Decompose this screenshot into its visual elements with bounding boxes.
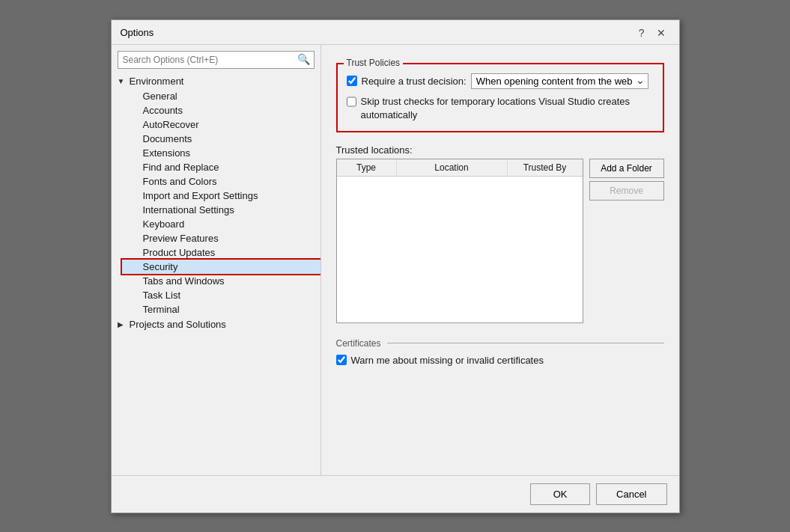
trusted-locations-label: Trusted locations: xyxy=(336,144,664,156)
certificates-section: Certificates Warn me about missing or in… xyxy=(336,338,664,366)
warn-cert-row: Warn me about missing or invalid certifi… xyxy=(336,355,664,366)
tree-section-projects[interactable]: ▶ Projects and Solutions xyxy=(112,317,320,332)
sidebar-item-accounts[interactable]: Accounts xyxy=(122,103,320,117)
cancel-button[interactable]: Cancel xyxy=(596,483,666,505)
require-trust-checkbox[interactable] xyxy=(347,76,357,86)
skip-trust-row: Skip trust checks for temporary location… xyxy=(347,95,654,122)
sidebar-item-keyboard[interactable]: Keyboard xyxy=(122,217,320,231)
cert-divider-row: Certificates xyxy=(336,338,664,349)
trusted-table-wrap: Type Location Trusted By Add a Folder Re… xyxy=(336,159,664,323)
sidebar-item-task-list[interactable]: Task List xyxy=(122,288,320,302)
dialog-title: Options xyxy=(121,27,154,38)
sidebar-item-international[interactable]: International Settings xyxy=(122,203,320,217)
tree-section-environment[interactable]: ▼ Environment xyxy=(112,73,320,89)
options-dialog: Options ? ✕ 🔍 ▼ Environment General Acco… xyxy=(111,19,680,513)
search-button[interactable]: 🔍 xyxy=(296,53,312,65)
environment-children: General Accounts AutoRecover Documents E… xyxy=(112,89,320,317)
warn-cert-checkbox[interactable] xyxy=(336,355,347,365)
expand-arrow-projects: ▶ xyxy=(118,320,127,328)
dialog-footer: OK Cancel xyxy=(112,475,679,513)
title-bar: Options ? ✕ xyxy=(112,20,679,44)
table-buttons: Add a Folder Remove xyxy=(589,159,664,201)
ok-button[interactable]: OK xyxy=(530,483,590,505)
sidebar-item-product-updates[interactable]: Product Updates xyxy=(122,245,320,260)
trust-dropdown-wrap: When opening content from the web Always… xyxy=(471,73,648,89)
sidebar-item-autorecover[interactable]: AutoRecover xyxy=(122,117,320,132)
remove-button[interactable]: Remove xyxy=(589,181,664,201)
th-trusted-by: Trusted By xyxy=(508,159,583,176)
require-trust-row: Require a trust decision: When opening c… xyxy=(347,73,654,89)
search-input[interactable] xyxy=(118,51,315,69)
skip-trust-checkbox[interactable] xyxy=(347,97,356,107)
require-trust-text: Require a trust decision: xyxy=(362,76,467,87)
warn-cert-text: Warn me about missing or invalid certifi… xyxy=(351,355,544,366)
search-box-wrap: 🔍 xyxy=(112,45,320,73)
add-folder-button[interactable]: Add a Folder xyxy=(589,159,664,178)
sidebar-item-general[interactable]: General xyxy=(122,89,320,103)
title-bar-buttons: ? ✕ xyxy=(634,26,670,40)
environment-label: Environment xyxy=(130,76,184,87)
table-header: Type Location Trusted By xyxy=(337,159,583,177)
sidebar-item-security[interactable]: Security xyxy=(122,260,320,274)
sidebar-item-terminal[interactable]: Terminal xyxy=(122,302,320,317)
th-location: Location xyxy=(397,159,508,176)
projects-label: Projects and Solutions xyxy=(130,319,226,330)
dialog-body: 🔍 ▼ Environment General Accounts AutoRec… xyxy=(112,44,679,475)
expand-arrow-environment: ▼ xyxy=(118,77,127,85)
cert-divider-line xyxy=(387,343,664,343)
close-button[interactable]: ✕ xyxy=(652,26,670,40)
sidebar-item-extensions[interactable]: Extensions xyxy=(122,146,320,160)
skip-trust-text: Skip trust checks for temporary location… xyxy=(361,95,654,122)
trusted-locations-section: Trusted locations: Type Location Trusted… xyxy=(336,144,664,323)
sidebar-item-preview-features[interactable]: Preview Features xyxy=(122,231,320,245)
table-body xyxy=(337,177,583,319)
sidebar-item-find-replace[interactable]: Find and Replace xyxy=(122,160,320,174)
help-button[interactable]: ? xyxy=(634,26,649,40)
sidebar-item-documents[interactable]: Documents xyxy=(122,132,320,146)
sidebar-item-import-export[interactable]: Import and Export Settings xyxy=(122,189,320,203)
right-panel: Trust Policies Require a trust decision:… xyxy=(321,45,679,475)
trust-dropdown[interactable]: When opening content from the web Always… xyxy=(471,73,648,89)
trusted-locations-table: Type Location Trusted By xyxy=(336,159,583,323)
left-panel: 🔍 ▼ Environment General Accounts AutoRec… xyxy=(112,45,321,475)
trust-policies-group: Trust Policies Require a trust decision:… xyxy=(336,63,664,132)
tree: ▼ Environment General Accounts AutoRecov… xyxy=(112,73,320,469)
sidebar-item-tabs-windows[interactable]: Tabs and Windows xyxy=(122,274,320,288)
trust-policies-label: Trust Policies xyxy=(344,58,404,68)
certificates-label: Certificates xyxy=(336,338,381,349)
th-type: Type xyxy=(337,159,397,176)
sidebar-item-fonts-colors[interactable]: Fonts and Colors xyxy=(122,174,320,189)
